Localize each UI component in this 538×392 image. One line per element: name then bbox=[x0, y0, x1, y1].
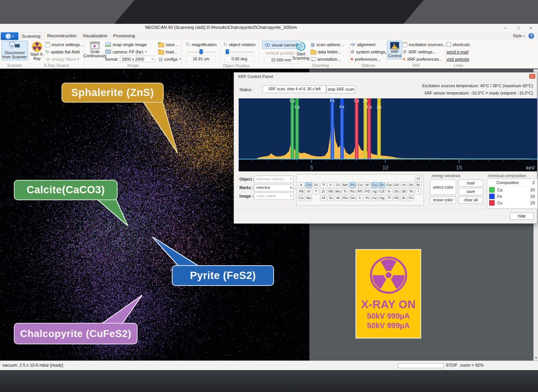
style-menu[interactable]: Style ▾ bbox=[513, 33, 525, 38]
panel-close-button[interactable]: × bbox=[529, 74, 535, 79]
element-in[interactable]: In bbox=[386, 189, 392, 194]
element-cs[interactable]: Cs bbox=[298, 195, 305, 201]
shortcuts-item[interactable]: shortcuts bbox=[447, 41, 470, 48]
composition-row-fe[interactable]: Fe26 bbox=[487, 193, 537, 199]
element-k[interactable]: K bbox=[298, 182, 305, 188]
camera-select-item[interactable]: camera: FP (far)▾ bbox=[105, 48, 154, 55]
excitation-sources-item[interactable]: excitation sources... bbox=[403, 41, 446, 48]
element-ga[interactable]: Ga bbox=[386, 182, 392, 188]
xrf-settings-item[interactable]: ⚙XRF settings... bbox=[403, 48, 446, 55]
element-fe[interactable]: Fe bbox=[349, 182, 356, 188]
element-tl[interactable]: Tl bbox=[386, 195, 392, 201]
image-select[interactable]: color coded▾ bbox=[254, 193, 294, 200]
element-co[interactable]: Co bbox=[357, 182, 363, 188]
element-i[interactable]: I bbox=[415, 189, 422, 194]
element-ag[interactable]: Ag bbox=[371, 189, 378, 194]
save-item[interactable]: save... bbox=[158, 41, 181, 48]
element-ta[interactable]: Ta bbox=[327, 195, 334, 201]
system-settings-item[interactable]: ⚙system settings... bbox=[350, 48, 389, 55]
format-select[interactable]: 2800 x 2400▾ bbox=[120, 56, 154, 62]
element-os[interactable]: Os bbox=[349, 195, 356, 201]
element-v[interactable]: V bbox=[327, 182, 334, 188]
visit-website-link[interactable]: visit website bbox=[447, 55, 470, 63]
scan-options-item[interactable]: ▦scan options... bbox=[311, 41, 344, 48]
element-ni[interactable]: Ni bbox=[364, 182, 370, 188]
element-se[interactable]: Se bbox=[408, 182, 414, 188]
element-ge[interactable]: Ge bbox=[393, 182, 400, 188]
help-icon[interactable]: ? bbox=[528, 33, 534, 39]
element-po[interactable]: Po bbox=[408, 195, 414, 201]
stop-xrf-scan-button[interactable]: stop XRF scan bbox=[326, 85, 355, 93]
composition-row-ca[interactable]: Ca20 bbox=[487, 186, 537, 193]
element-cd[interactable]: Cd bbox=[379, 189, 385, 194]
load-item[interactable]: load... bbox=[158, 48, 181, 55]
composition-row-cu[interactable]: Cu29 bbox=[487, 199, 537, 206]
element-cr[interactable]: Cr bbox=[335, 182, 341, 188]
snap-single-image-item[interactable]: snap single image bbox=[105, 41, 154, 48]
marks-select[interactable]: selected▾ bbox=[254, 184, 294, 191]
element-tc[interactable]: Tc bbox=[342, 189, 349, 194]
maximize-button[interactable]: □ bbox=[512, 24, 525, 32]
element-br[interactable]: Br bbox=[415, 182, 422, 188]
magnification-slider[interactable] bbox=[187, 49, 215, 55]
element-pb[interactable]: Pb bbox=[393, 195, 400, 201]
load-button[interactable]: load bbox=[458, 179, 483, 187]
clear-all-button[interactable]: clear all bbox=[458, 196, 483, 204]
minimize-button[interactable]: – bbox=[499, 24, 512, 32]
preferences-item[interactable]: ♥preferences... bbox=[350, 55, 389, 63]
configs-item[interactable]: ▤configs▾ bbox=[158, 55, 181, 63]
object-select[interactable]: diameter <50mm▾ bbox=[254, 176, 294, 183]
source-settings-item[interactable]: source settings... bbox=[45, 41, 83, 48]
element-cl[interactable]: Cl bbox=[415, 176, 422, 182]
tab-reconstruction[interactable]: Reconstruction bbox=[45, 32, 78, 40]
element-nb[interactable]: Nb bbox=[327, 189, 334, 194]
element-au[interactable]: Au bbox=[371, 195, 378, 201]
element-as[interactable]: As bbox=[400, 182, 407, 188]
xrf-control-button[interactable]: XRF Control bbox=[387, 41, 402, 59]
grab-continuously-button[interactable]: Grab Continuously bbox=[85, 41, 105, 59]
element-te[interactable]: Te bbox=[408, 189, 414, 194]
stop-text[interactable]: STOP bbox=[446, 363, 457, 367]
element-pd[interactable]: Pd bbox=[364, 189, 370, 194]
element-cu[interactable]: Cu bbox=[371, 182, 378, 188]
element-sc[interactable]: Sc bbox=[313, 182, 319, 188]
energy-filters-item[interactable]: energy filters▾ bbox=[45, 55, 83, 63]
element-sn[interactable]: Sn bbox=[393, 189, 400, 194]
element-mn[interactable]: Mn bbox=[342, 182, 349, 188]
tab-scanning[interactable]: Scanning bbox=[21, 32, 41, 40]
send-email-link[interactable]: send e-mail bbox=[447, 48, 470, 55]
element-ca[interactable]: Ca bbox=[306, 182, 312, 188]
annotation-item[interactable]: annotation... bbox=[311, 55, 344, 63]
select-color-button[interactable]: select color bbox=[430, 179, 456, 195]
disconnect-from-scanner-button[interactable]: Disconnect from Scanner bbox=[2, 41, 28, 60]
close-button[interactable]: × bbox=[524, 24, 537, 32]
slider-thumb[interactable] bbox=[226, 49, 229, 54]
slider-thumb[interactable] bbox=[199, 49, 203, 54]
element-sr[interactable]: Sr bbox=[306, 189, 312, 194]
element-y[interactable]: Y bbox=[313, 189, 319, 194]
element-rh[interactable]: Rh bbox=[357, 189, 363, 194]
hide-button[interactable]: hide bbox=[510, 213, 534, 220]
element-ba[interactable]: Ba bbox=[306, 195, 312, 201]
tab-visualization[interactable]: Visualization bbox=[81, 32, 108, 40]
element-ir[interactable]: Ir bbox=[357, 195, 363, 201]
element-ru[interactable]: Ru bbox=[349, 189, 356, 194]
data-folder-item[interactable]: data folder... bbox=[311, 48, 344, 55]
element-w[interactable]: W bbox=[335, 195, 341, 201]
element-re[interactable]: Re bbox=[342, 195, 349, 201]
element-mo[interactable]: Mo bbox=[335, 189, 341, 194]
update-flat-field-item[interactable]: ↻update flat-field bbox=[45, 48, 83, 55]
element-ti[interactable]: Ti bbox=[320, 182, 327, 188]
save-button[interactable]: save bbox=[458, 188, 483, 195]
xrf-preferences-item[interactable]: ♥XRF preferences... bbox=[403, 55, 446, 63]
rotation-slider[interactable] bbox=[225, 49, 254, 55]
scroll-down-icon[interactable]: ▼ bbox=[534, 355, 538, 360]
element-sb[interactable]: Sb bbox=[400, 189, 407, 194]
start-scanning-button[interactable]: Start Scanning bbox=[292, 41, 310, 61]
element-bi[interactable]: Bi bbox=[400, 195, 407, 201]
app-menu-button[interactable]: ▾ bbox=[1, 32, 18, 40]
alignment-item[interactable]: +|+alignment bbox=[350, 41, 389, 48]
tab-processing[interactable]: Processing bbox=[112, 32, 136, 40]
element-pt[interactable]: Pt bbox=[364, 195, 370, 201]
start-xray-button[interactable]: Start X-Ray bbox=[30, 41, 45, 61]
